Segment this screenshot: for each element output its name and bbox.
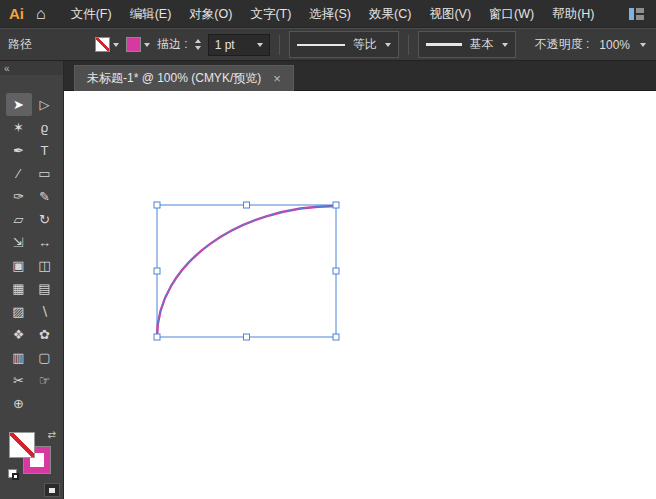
canvas[interactable] xyxy=(64,91,656,499)
handle-middle-right[interactable] xyxy=(333,268,339,274)
document-tab[interactable]: 未标题-1* @ 100% (CMYK/预览) × xyxy=(74,65,294,91)
curve-path-selection-highlight xyxy=(157,206,336,337)
tools-grid: ➤▷✶ϱ✒T∕▭✑✎▱↻⇲↔▣◫▦▤▨∖❖✿▥▢✂☞⊕ xyxy=(0,93,63,415)
direct-selection-tool-button[interactable]: ▷ xyxy=(32,93,58,116)
default-fill-stroke-button[interactable] xyxy=(8,469,20,481)
swap-fill-stroke-icon[interactable]: ⇄ xyxy=(48,429,56,440)
menu-item-edit[interactable]: 编辑(E) xyxy=(121,0,181,28)
stroke-color-button[interactable] xyxy=(126,37,150,52)
illustrator-logo: Ai xyxy=(9,5,24,22)
width-tool-button[interactable]: ↔ xyxy=(32,231,58,254)
stepper-up-icon xyxy=(195,39,201,43)
magic-wand-tool-button[interactable]: ✶ xyxy=(6,116,32,139)
screen-mode-button[interactable] xyxy=(44,483,60,497)
eraser-tool-button[interactable]: ▱ xyxy=(6,208,32,231)
selection-tool-icon: ➤ xyxy=(13,98,24,111)
zoom-tool-button[interactable]: ⊕ xyxy=(6,392,32,415)
handle-top-right[interactable] xyxy=(333,202,339,208)
line-segment-tool-button[interactable]: ∕ xyxy=(6,162,32,185)
hand-tool-icon: ☞ xyxy=(39,374,51,387)
blend-tool-button[interactable]: ❖ xyxy=(6,323,32,346)
shape-builder-tool-icon: ◫ xyxy=(38,259,50,272)
fill-swatch[interactable] xyxy=(9,432,35,458)
column-graph-tool-icon: ▥ xyxy=(12,351,24,364)
artboard xyxy=(64,91,656,499)
menu-item-type[interactable]: 文字(T) xyxy=(241,0,300,28)
eyedropper-tool-button[interactable]: ∖ xyxy=(32,300,58,323)
paintbrush-tool-button[interactable]: ✑ xyxy=(6,185,32,208)
shape-builder-tool-button[interactable]: ◫ xyxy=(32,254,58,277)
free-transform-tool-button[interactable]: ▣ xyxy=(6,254,32,277)
chevron-down-icon xyxy=(640,43,646,47)
perspective-grid-tool-icon: ▦ xyxy=(12,282,24,295)
gradient-tool-button[interactable]: ▨ xyxy=(6,300,32,323)
collapse-dock-button[interactable]: « xyxy=(0,61,63,75)
selection-tool-button[interactable]: ➤ xyxy=(6,93,32,116)
perspective-grid-tool-button[interactable]: ▦ xyxy=(6,277,32,300)
width-profile-dropdown[interactable]: 等比 xyxy=(289,31,399,58)
pencil-tool-icon: ✎ xyxy=(39,190,50,203)
artboard-tool-button[interactable]: ▢ xyxy=(32,346,58,369)
menu-item-view[interactable]: 视图(V) xyxy=(420,0,480,28)
double-chevron-left-icon: « xyxy=(4,63,10,74)
rotate-tool-icon: ↻ xyxy=(39,213,50,226)
column-graph-tool-button[interactable]: ▥ xyxy=(6,346,32,369)
menu-item-object[interactable]: 对象(O) xyxy=(180,0,241,28)
screen-mode-icon xyxy=(49,488,55,493)
gradient-tool-icon: ▨ xyxy=(12,305,24,318)
rectangle-tool-icon: ▭ xyxy=(38,167,50,180)
document-tab-bar: 未标题-1* @ 100% (CMYK/预览) × xyxy=(64,61,656,91)
eraser-tool-icon: ▱ xyxy=(14,213,24,226)
handle-bottom-left[interactable] xyxy=(154,334,160,340)
pencil-tool-button[interactable]: ✎ xyxy=(32,185,58,208)
eyedropper-tool-icon: ∖ xyxy=(40,305,48,318)
divider xyxy=(279,35,280,55)
handle-middle-left[interactable] xyxy=(154,268,160,274)
menu-item-select[interactable]: 选择(S) xyxy=(300,0,360,28)
fill-color-button[interactable] xyxy=(95,37,119,52)
lasso-tool-button[interactable]: ϱ xyxy=(32,116,58,139)
handle-top-center[interactable] xyxy=(244,202,250,208)
brush-definition-dropdown[interactable]: 基本 xyxy=(418,31,516,58)
scale-tool-icon: ⇲ xyxy=(13,236,24,249)
type-tool-button[interactable]: T xyxy=(32,139,58,162)
home-icon[interactable]: ⌂ xyxy=(36,5,46,23)
opacity-group: 不透明度 : 100% xyxy=(535,35,648,55)
default-stroke-icon xyxy=(12,473,19,480)
width-profile-label: 等比 xyxy=(353,36,377,53)
menu-item-file[interactable]: 文件(F) xyxy=(62,0,121,28)
brush-definition-label: 基本 xyxy=(470,36,494,53)
slice-tool-button[interactable]: ✂ xyxy=(6,369,32,392)
symbol-sprayer-tool-icon: ✿ xyxy=(39,328,50,341)
width-tool-icon: ↔ xyxy=(38,236,51,249)
rotate-tool-button[interactable]: ↻ xyxy=(32,208,58,231)
slice-tool-icon: ✂ xyxy=(13,374,24,387)
menu-item-effect[interactable]: 效果(C) xyxy=(360,0,420,28)
symbol-sprayer-tool-button[interactable]: ✿ xyxy=(32,323,58,346)
pen-tool-button[interactable]: ✒ xyxy=(6,139,32,162)
rectangle-tool-button[interactable]: ▭ xyxy=(32,162,58,185)
mesh-tool-button[interactable]: ▤ xyxy=(32,277,58,300)
handle-bottom-center[interactable] xyxy=(244,334,250,340)
stroke-weight-field[interactable]: 1 pt xyxy=(208,34,270,56)
menu-item-help[interactable]: 帮助(H) xyxy=(543,0,603,28)
illustrator-window: { "menu_bar": { "logo": "Ai", "home_glyp… xyxy=(0,0,656,499)
fill-none-swatch-icon xyxy=(95,37,110,52)
workspace-switcher-button[interactable] xyxy=(629,8,644,20)
hand-tool-button[interactable]: ☞ xyxy=(32,369,58,392)
close-icon[interactable]: × xyxy=(273,72,281,85)
opacity-value-field[interactable]: 100% xyxy=(595,35,634,55)
handle-bottom-right[interactable] xyxy=(333,334,339,340)
stroke-weight-stepper[interactable] xyxy=(195,39,201,50)
scale-tool-button[interactable]: ⇲ xyxy=(6,231,32,254)
blend-tool-icon: ❖ xyxy=(13,328,25,341)
opacity-label: 不透明度 : xyxy=(535,36,590,53)
curve-path[interactable] xyxy=(157,206,336,337)
handle-top-left[interactable] xyxy=(154,202,160,208)
chevron-down-icon xyxy=(385,43,391,47)
stroke-label: 描边 : xyxy=(157,36,188,53)
divider xyxy=(408,35,409,55)
chevron-down-icon xyxy=(257,43,263,47)
pen-tool-icon: ✒ xyxy=(13,144,24,157)
menu-item-window[interactable]: 窗口(W) xyxy=(480,0,543,28)
